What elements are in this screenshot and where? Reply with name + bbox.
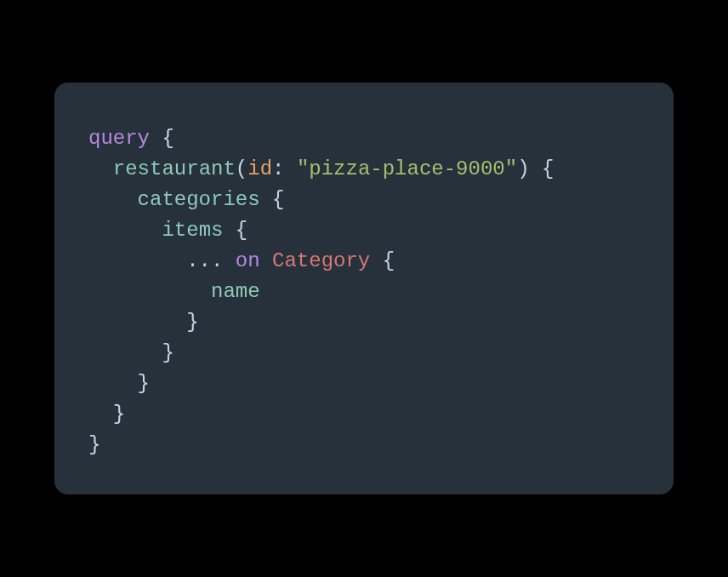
field-restaurant: restaurant bbox=[113, 157, 236, 180]
indent bbox=[88, 280, 211, 303]
indent bbox=[88, 372, 138, 395]
paren-close: ) bbox=[517, 157, 529, 180]
indent bbox=[88, 157, 113, 180]
keyword-query: query bbox=[88, 127, 150, 150]
indent bbox=[88, 219, 162, 242]
field-name: name bbox=[211, 280, 260, 303]
field-items: items bbox=[162, 219, 223, 242]
indent bbox=[88, 311, 186, 334]
string-value: "pizza-place-9000" bbox=[297, 157, 517, 180]
colon: : bbox=[272, 157, 297, 180]
brace-close: } bbox=[88, 433, 100, 456]
brace-close: } bbox=[138, 372, 150, 395]
indent bbox=[88, 341, 162, 364]
keyword-on: on bbox=[223, 249, 272, 272]
brace-close: } bbox=[113, 403, 125, 426]
brace-open: { bbox=[260, 188, 285, 211]
indent bbox=[88, 249, 186, 272]
indent bbox=[88, 188, 138, 211]
code-content: query { restaurant(id: "pizza-place-9000… bbox=[88, 123, 640, 460]
field-categories: categories bbox=[138, 188, 260, 211]
brace-open: { bbox=[150, 127, 174, 150]
spread: ... bbox=[186, 249, 223, 272]
brace-close: } bbox=[162, 341, 173, 364]
code-block: query { restaurant(id: "pizza-place-9000… bbox=[54, 83, 674, 494]
brace-close: } bbox=[186, 311, 198, 334]
brace-open: { bbox=[530, 157, 555, 180]
brace-open: { bbox=[223, 219, 247, 242]
type-category: Category bbox=[272, 249, 370, 272]
arg-id: id bbox=[247, 157, 272, 180]
brace-open: { bbox=[370, 249, 395, 272]
paren-open: ( bbox=[236, 157, 247, 180]
indent bbox=[88, 403, 113, 426]
